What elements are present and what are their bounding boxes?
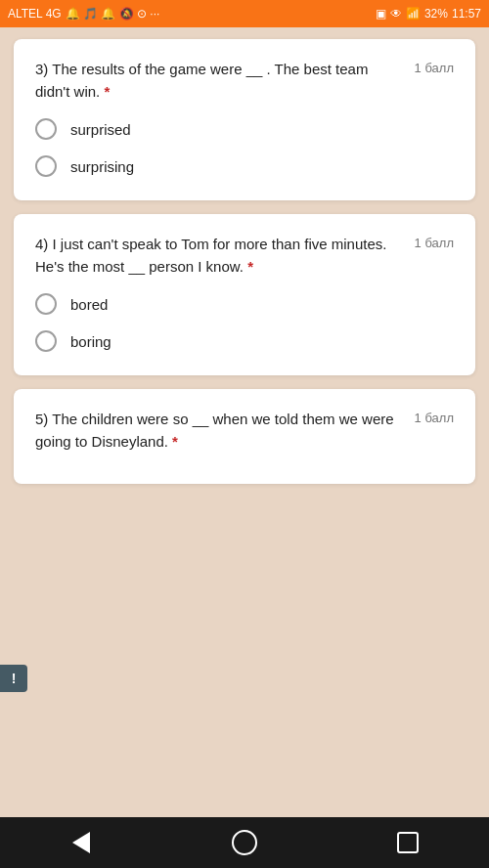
- battery-level: 32%: [424, 7, 448, 21]
- signal-icon: ▣: [376, 7, 386, 21]
- nav-recent-button[interactable]: [378, 823, 437, 862]
- radio-surprised[interactable]: [35, 118, 57, 140]
- options-list-3: surprised surprising: [35, 118, 454, 177]
- option-4-boring[interactable]: boring: [35, 330, 454, 352]
- option-label-boring: boring: [70, 333, 111, 350]
- content-area: 3) The results of the game were __ . The…: [0, 27, 489, 817]
- nav-back-button[interactable]: [52, 823, 111, 862]
- feedback-icon: !: [12, 671, 17, 686]
- options-list-4: bored boring: [35, 293, 454, 352]
- option-label-bored: bored: [70, 296, 108, 313]
- recent-icon: [397, 832, 419, 853]
- radio-boring[interactable]: [35, 330, 57, 352]
- required-star-3: *: [104, 83, 110, 100]
- score-label-4: 1 балл: [415, 236, 454, 250]
- question-text-4: 4) I just can't speak to Tom for more th…: [35, 234, 415, 278]
- home-icon: [232, 830, 257, 855]
- question-header-5: 5) The children were so __ when we told …: [35, 409, 454, 453]
- option-4-bored[interactable]: bored: [35, 293, 454, 315]
- nav-home-button[interactable]: [215, 823, 274, 862]
- option-3-surprised[interactable]: surprised: [35, 118, 454, 140]
- question-card-5: 5) The children were so __ when we told …: [14, 389, 475, 484]
- question-header-3: 3) The results of the game were __ . The…: [35, 59, 454, 103]
- eye-icon: 👁: [390, 7, 402, 21]
- question-text-5: 5) The children were so __ when we told …: [35, 409, 415, 453]
- required-star-4: *: [247, 258, 253, 275]
- question-card-3: 3) The results of the game were __ . The…: [14, 39, 475, 200]
- time-display: 11:57: [452, 7, 481, 21]
- required-star-5: *: [172, 433, 178, 450]
- option-3-surprising[interactable]: surprising: [35, 155, 454, 177]
- status-right: ▣ 👁 📶 32% 11:57: [376, 7, 481, 21]
- question-number-5: 5) The children were so __ when we told …: [35, 411, 394, 450]
- radio-bored[interactable]: [35, 293, 57, 315]
- nav-bar: [0, 817, 489, 868]
- question-card-4: 4) I just can't speak to Tom for more th…: [14, 214, 475, 375]
- feedback-button[interactable]: !: [0, 665, 27, 692]
- back-icon: [72, 832, 90, 853]
- score-label-3: 1 балл: [415, 61, 454, 75]
- option-label-surprised: surprised: [70, 121, 131, 138]
- score-label-5: 1 балл: [415, 411, 454, 425]
- question-number-4: 4) I just can't speak to Tom for more th…: [35, 236, 386, 275]
- status-left: ALTEL 4G 🔔 🎵 🔔 🔕 ⊙ ···: [8, 7, 159, 21]
- question-number-3: 3) The results of the game were __ . The…: [35, 61, 368, 100]
- question-header-4: 4) I just can't speak to Tom for more th…: [35, 234, 454, 278]
- option-label-surprising: surprising: [70, 158, 134, 175]
- wifi-icon: 📶: [406, 7, 421, 21]
- carrier-label: ALTEL 4G: [8, 7, 62, 21]
- question-text-3: 3) The results of the game were __ . The…: [35, 59, 415, 103]
- status-bar: ALTEL 4G 🔔 🎵 🔔 🔕 ⊙ ··· ▣ 👁 📶 32% 11:57: [0, 0, 489, 27]
- status-icons: 🔔 🎵 🔔 🔕 ⊙ ···: [66, 7, 160, 21]
- radio-surprising[interactable]: [35, 155, 57, 177]
